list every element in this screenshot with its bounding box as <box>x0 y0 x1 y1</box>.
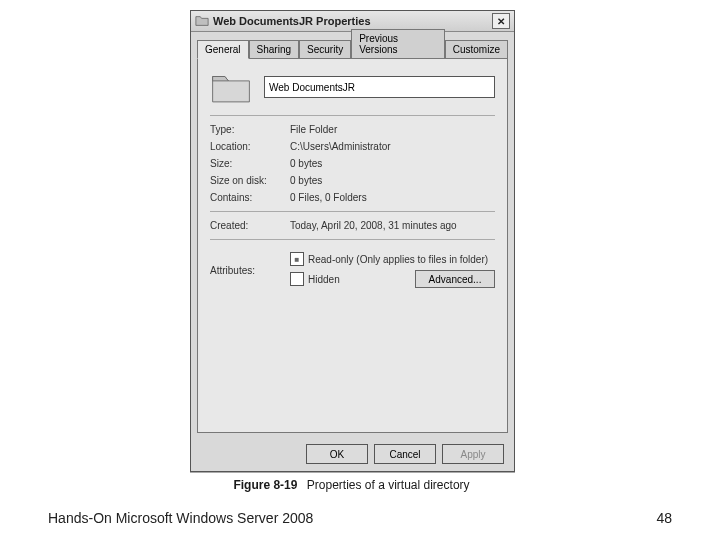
row-size-on-disk: Size on disk: 0 bytes <box>210 175 495 186</box>
close-button[interactable]: ✕ <box>492 13 510 29</box>
label-size: Size: <box>210 158 290 169</box>
label-type: Type: <box>210 124 290 135</box>
dialog-action-buttons: OK Cancel Apply <box>306 444 504 464</box>
window-title: Web DocumentsJR Properties <box>213 15 492 27</box>
value-location: C:\Users\Administrator <box>290 141 495 152</box>
figure-number: Figure 8-19 <box>233 478 297 492</box>
tab-sharing[interactable]: Sharing <box>249 40 299 59</box>
checkbox-readonly-wrap: Read-only (Only applies to files in fold… <box>290 252 495 266</box>
dialog-client: General Sharing Security Previous Versio… <box>191 32 514 472</box>
value-created: Today, April 20, 2008, 31 minutes ago <box>290 220 495 231</box>
label-size-on-disk: Size on disk: <box>210 175 290 186</box>
row-attributes: Attributes: Read-only (Only applies to f… <box>210 248 495 292</box>
label-hidden: Hidden <box>308 274 340 285</box>
folder-icon <box>195 14 209 28</box>
tab-general[interactable]: General <box>197 40 249 59</box>
advanced-button[interactable]: Advanced... <box>415 270 495 288</box>
checkbox-readonly[interactable] <box>290 252 304 266</box>
row-contains: Contains: 0 Files, 0 Folders <box>210 192 495 203</box>
divider <box>210 211 495 212</box>
checkbox-hidden-wrap: Hidden Advanced... <box>290 270 495 288</box>
tab-previous-versions[interactable]: Previous Versions <box>351 29 445 59</box>
tab-security[interactable]: Security <box>299 40 351 59</box>
folder-header-row <box>210 69 495 105</box>
divider <box>210 239 495 240</box>
tab-strip: General Sharing Security Previous Versio… <box>197 38 508 58</box>
row-location: Location: C:\Users\Administrator <box>210 141 495 152</box>
row-created: Created: Today, April 20, 2008, 31 minut… <box>210 220 495 231</box>
tab-customize[interactable]: Customize <box>445 40 508 59</box>
ok-button[interactable]: OK <box>306 444 368 464</box>
label-readonly: Read-only (Only applies to files in fold… <box>308 254 488 265</box>
slide-page-number: 48 <box>656 510 672 526</box>
apply-button[interactable]: Apply <box>442 444 504 464</box>
row-size: Size: 0 bytes <box>210 158 495 169</box>
row-type: Type: File Folder <box>210 124 495 135</box>
slide-footer-text: Hands-On Microsoft Windows Server 2008 <box>48 510 313 526</box>
figure-caption: Figure 8-19 Properties of a virtual dire… <box>190 478 513 492</box>
value-type: File Folder <box>290 124 495 135</box>
folder-name-input[interactable] <box>264 76 495 98</box>
properties-dialog: Web DocumentsJR Properties ✕ General Sha… <box>190 10 515 472</box>
label-contains: Contains: <box>210 192 290 203</box>
cancel-button[interactable]: Cancel <box>374 444 436 464</box>
checkbox-hidden[interactable] <box>290 272 304 286</box>
folder-large-icon <box>210 69 252 105</box>
divider <box>210 115 495 116</box>
page: Web DocumentsJR Properties ✕ General Sha… <box>0 0 720 540</box>
label-created: Created: <box>210 220 290 231</box>
value-contains: 0 Files, 0 Folders <box>290 192 495 203</box>
general-panel: Type: File Folder Location: C:\Users\Adm… <box>197 58 508 433</box>
value-size-on-disk: 0 bytes <box>290 175 495 186</box>
figure-caption-text: Properties of a virtual directory <box>307 478 470 492</box>
label-attributes: Attributes: <box>210 265 290 276</box>
label-location: Location: <box>210 141 290 152</box>
value-size: 0 bytes <box>290 158 495 169</box>
